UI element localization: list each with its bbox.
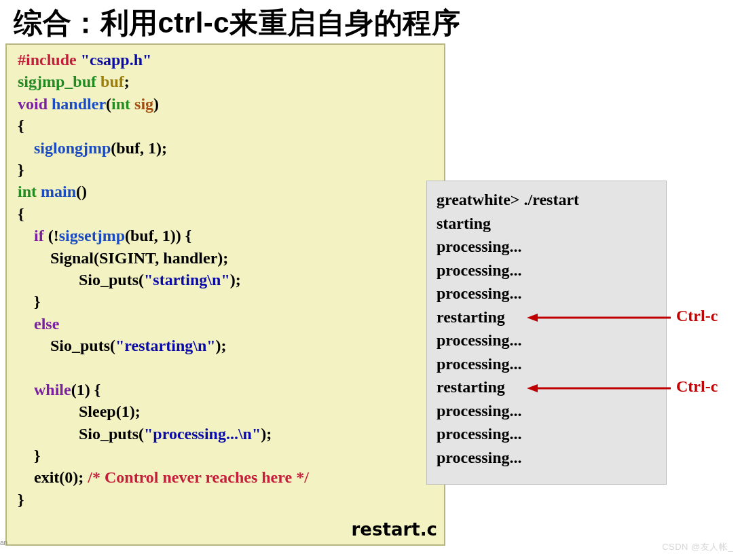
code-line: while(1) { [18,379,436,400]
code-line: } [18,291,436,312]
code-line: void handler(int sig) [18,93,436,115]
code-line: Signal(SIGINT, handler); [18,247,436,269]
code-line: #include "csapp.h" [18,49,436,71]
output-line: processing... [437,329,656,352]
svg-marker-1 [527,314,538,322]
arrow-icon [527,383,671,396]
output-line: greatwhite> ./restart [437,188,656,212]
code-line: } [18,159,436,181]
code-line: sigjmp_buf buf; [18,71,436,92]
output-line: processing... [437,422,656,446]
ctrlc-label: Ctrl-c [676,377,718,396]
code-line: Sio_puts("processing...\n"); [18,423,436,445]
code-line: else [18,313,436,335]
code-panel: #include "csapp.h" sigjmp_buf buf; void … [5,43,445,546]
code-line: Sleep(1); [18,400,436,422]
watermark: CSDN @友人帐_ [662,541,733,553]
output-line: processing... [437,446,656,470]
output-line: processing... [437,259,656,282]
output-line: processing... [437,282,656,305]
code-line: { [18,203,436,225]
slide-title: 综合：利用ctrl-c来重启自身的程序 [14,4,460,42]
code-line [18,356,436,378]
code-line: { [18,115,436,136]
code-line: if (!sigsetjmp(buf, 1)) { [18,225,436,246]
code-line: siglongjmp(buf, 1); [18,137,436,159]
code-line: Sio_puts("restarting\n"); [18,335,436,356]
code-line: Sio_puts("starting\n"); [18,269,436,291]
side-tag: an [0,539,7,546]
code-filename: restart.c [352,518,437,542]
output-line: processing... [437,352,656,376]
code-line: int main() [18,181,436,202]
code-line: } [18,489,436,510]
code-line: } [18,445,436,466]
arrow-icon [527,312,671,326]
output-line: processing... [437,399,656,423]
svg-marker-3 [527,384,538,392]
output-panel: greatwhite> ./restart starting processin… [426,181,667,485]
code-line: exit(0); /* Control never reaches here *… [18,466,436,488]
ctrlc-label: Ctrl-c [676,307,718,325]
output-line: starting [437,212,656,236]
output-line: processing... [437,235,656,259]
